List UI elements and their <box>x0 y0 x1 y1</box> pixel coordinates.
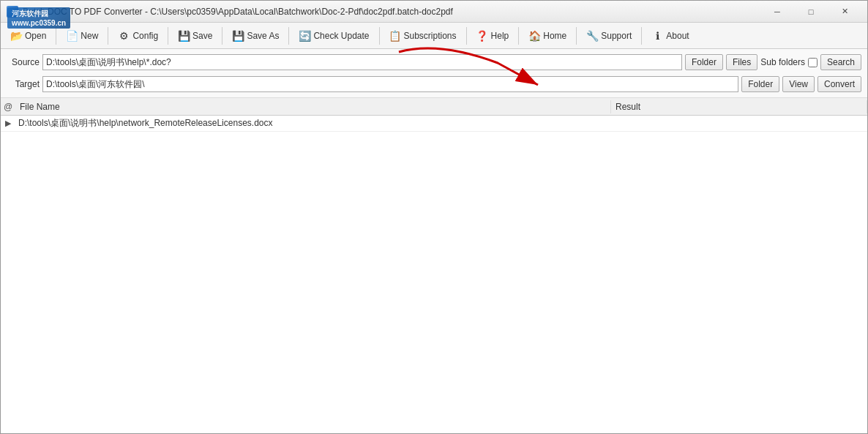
separator-3 <box>168 27 168 45</box>
separator-5 <box>288 27 289 45</box>
row-expand-icon[interactable]: ▶ <box>1 119 15 128</box>
about-button[interactable]: ℹ About <box>645 26 695 46</box>
target-folder-button[interactable]: Folder <box>741 76 779 92</box>
config-button[interactable]: ⚙ Config <box>111 26 165 46</box>
config-label: Config <box>132 31 158 41</box>
check-update-button[interactable]: 🔄 Check Update <box>292 26 375 46</box>
target-input[interactable] <box>42 76 738 92</box>
row-filename: D:\tools\桌面\说明书\help\network_RemoteRelea… <box>15 117 611 130</box>
content-area: @ File Name Result ▶ D:\tools\桌面\说明书\hel… <box>1 98 867 433</box>
convert-button[interactable]: Convert <box>818 76 861 92</box>
target-label: Target <box>7 79 40 89</box>
main-window: Batch DOC TO PDF Converter - C:\Users\pc… <box>0 0 868 434</box>
open-button[interactable]: 📂 Open <box>4 26 53 46</box>
subscriptions-button[interactable]: 📋 Subscriptions <box>383 26 463 46</box>
source-folder-button[interactable]: Folder <box>685 54 723 70</box>
target-view-button[interactable]: View <box>782 76 815 92</box>
target-row: Target Folder View Convert <box>7 74 861 94</box>
save-icon: 💾 <box>178 30 190 42</box>
subscriptions-icon: 📋 <box>389 30 401 42</box>
col-filename-header: File Name <box>15 100 611 113</box>
separator-10 <box>641 27 642 45</box>
home-button[interactable]: 🏠 Home <box>522 26 573 46</box>
window-controls: ─ □ ✕ <box>760 1 861 23</box>
separator-7 <box>466 27 467 45</box>
col-result-header: Result <box>611 100 867 113</box>
close-button[interactable]: ✕ <box>828 1 861 23</box>
separator-1 <box>56 27 56 45</box>
subfolders-checkbox[interactable] <box>808 58 818 67</box>
support-label: Support <box>601 31 632 41</box>
search-button[interactable]: Search <box>820 54 861 70</box>
col-expand-header: @ <box>1 102 15 112</box>
support-button[interactable]: 🔧 Support <box>580 26 638 46</box>
separator-4 <box>222 27 222 45</box>
title-bar: Batch DOC TO PDF Converter - C:\Users\pc… <box>1 1 867 23</box>
save-button[interactable]: 💾 Save <box>171 26 219 46</box>
toolbar: 📂 Open 📄 New ⚙ Config 💾 Save 💾 Save As <box>1 23 867 49</box>
new-icon: 📄 <box>66 30 78 42</box>
open-label: Open <box>25 31 46 41</box>
minimize-button[interactable]: ─ <box>760 1 794 23</box>
table-row[interactable]: ▶ D:\tools\桌面\说明书\help\network_RemoteRel… <box>1 116 867 132</box>
save-label: Save <box>192 31 212 41</box>
app-icon <box>7 6 18 18</box>
new-button[interactable]: 📄 New <box>59 26 105 46</box>
separator-6 <box>379 27 380 45</box>
subscriptions-label: Subscriptions <box>404 31 457 41</box>
help-label: Help <box>491 31 509 41</box>
about-label: About <box>666 31 689 41</box>
source-target-area: Source Folder Files Sub folders Search T… <box>1 49 867 98</box>
config-icon: ⚙ <box>118 30 130 42</box>
help-icon: ❓ <box>476 30 488 42</box>
save-as-button[interactable]: 💾 Save As <box>225 26 285 46</box>
separator-8 <box>518 27 519 45</box>
separator-2 <box>108 27 108 45</box>
support-icon: 🔧 <box>586 30 598 42</box>
help-button[interactable]: ❓ Help <box>470 26 516 46</box>
separator-9 <box>576 27 577 45</box>
subfolders-label: Sub folders <box>760 57 805 67</box>
table-header: @ File Name Result <box>1 98 867 116</box>
about-icon: ℹ <box>651 30 663 42</box>
home-label: Home <box>543 31 566 41</box>
new-label: New <box>81 31 98 41</box>
check-update-label: Check Update <box>313 31 369 41</box>
open-icon: 📂 <box>10 30 22 42</box>
save-as-icon: 💾 <box>232 30 244 42</box>
home-icon: 🏠 <box>528 30 540 42</box>
table-body: ▶ D:\tools\桌面\说明书\help\network_RemoteRel… <box>1 116 867 433</box>
check-update-icon: 🔄 <box>299 30 310 42</box>
save-as-label: Save As <box>247 31 279 41</box>
source-row: Source Folder Files Sub folders Search <box>7 52 861 72</box>
maximize-button[interactable]: □ <box>794 1 828 23</box>
source-files-button[interactable]: Files <box>726 54 757 70</box>
source-input[interactable] <box>42 54 682 70</box>
title-bar-text: Batch DOC TO PDF Converter - C:\Users\pc… <box>23 7 760 17</box>
source-label: Source <box>7 57 40 67</box>
